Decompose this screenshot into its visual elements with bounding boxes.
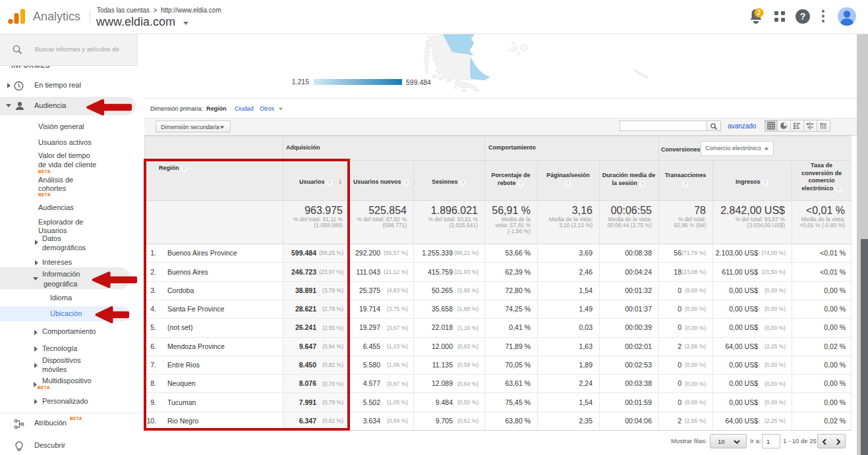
svg-text:2: 2 <box>757 9 761 16</box>
